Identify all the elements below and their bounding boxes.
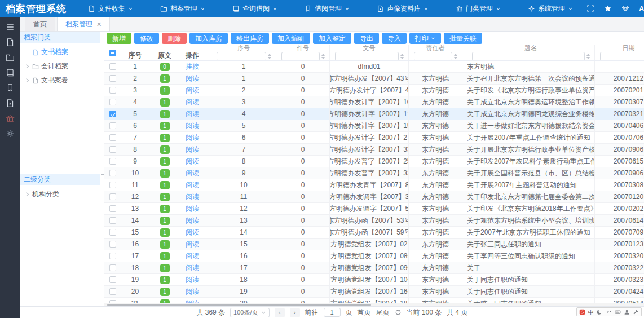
row-checkbox[interactable]: [109, 87, 116, 94]
action-link[interactable]: 阅读: [186, 133, 199, 143]
doc-count-badge[interactable]: 1: [160, 145, 170, 154]
ime-moon-icon[interactable]: [597, 309, 603, 315]
doc-count-badge[interactable]: 1: [160, 110, 170, 118]
sort-desc-icon[interactable]: [268, 57, 271, 59]
action-link[interactable]: 阅读: [186, 157, 199, 166]
doc-count-badge[interactable]: 1: [160, 98, 170, 107]
doc-count-badge[interactable]: 1: [160, 252, 170, 260]
theme-gem-icon[interactable]: [621, 5, 629, 12]
rail-bank-icon[interactable]: [6, 114, 15, 123]
row-checkbox[interactable]: [109, 111, 116, 117]
filter-input-题名[interactable]: [472, 52, 585, 60]
row-checkbox[interactable]: [109, 75, 116, 82]
filter-input-责任者[interactable]: [414, 52, 452, 60]
action-link[interactable]: 阅读: [186, 74, 199, 83]
action-link[interactable]: 阅读: [186, 98, 199, 107]
action-link[interactable]: 挂接: [186, 62, 199, 72]
select-all-checkbox[interactable]: [109, 50, 116, 56]
row-checkbox[interactable]: [109, 158, 116, 165]
doc-count-badge[interactable]: 1: [160, 74, 170, 83]
fullscreen-icon[interactable]: [586, 5, 594, 12]
打印-button[interactable]: 打印: [409, 33, 441, 44]
doc-count-badge[interactable]: 1: [160, 134, 170, 142]
action-link[interactable]: 阅读: [186, 204, 199, 214]
doc-count-badge[interactable]: 1: [160, 181, 170, 189]
first-page-link[interactable]: 首页: [358, 308, 371, 317]
tree-item-会计档案[interactable]: 会计档案: [20, 59, 100, 73]
doc-count-badge[interactable]: 1: [160, 193, 170, 201]
doc-count-badge[interactable]: 1: [160, 157, 170, 166]
sort-desc-icon[interactable]: [454, 57, 457, 59]
doc-count-badge[interactable]: 1: [160, 217, 170, 225]
ime-wrench-icon[interactable]: [633, 309, 639, 315]
row-checkbox[interactable]: [109, 63, 116, 70]
action-link[interactable]: 阅读: [186, 240, 199, 249]
row-checkbox[interactable]: [109, 193, 116, 200]
row-checkbox[interactable]: [109, 241, 116, 248]
filter-input-文号[interactable]: [335, 52, 399, 60]
rail-hamburger-icon[interactable]: [6, 23, 15, 32]
top-menu-档案管理[interactable]: 档案管理: [147, 0, 219, 17]
action-link[interactable]: 阅读: [186, 180, 199, 190]
tree-item-文书档案[interactable]: 文书档案: [20, 45, 100, 59]
sort-asc-icon[interactable]: [586, 54, 590, 56]
refresh-icon[interactable]: [395, 309, 402, 316]
doc-count-badge[interactable]: 1: [160, 169, 170, 178]
row-checkbox[interactable]: [109, 99, 116, 105]
rail-file-av-icon[interactable]: [6, 99, 15, 108]
action-link[interactable]: 阅读: [186, 169, 199, 178]
ime-comma-icon[interactable]: [606, 309, 612, 315]
ime-chinese-mode-label[interactable]: 中: [588, 309, 594, 315]
doc-count-badge[interactable]: 1: [160, 288, 170, 296]
row-checkbox[interactable]: [109, 264, 116, 271]
sort-asc-icon[interactable]: [321, 54, 325, 56]
top-menu-声像资料库[interactable]: 声像资料库: [363, 0, 442, 17]
top-menu-查询借阅[interactable]: 查询借阅: [219, 0, 291, 17]
ime-keyboard-icon[interactable]: [615, 309, 621, 315]
filter-input-序号[interactable]: [217, 52, 266, 60]
doc-count-badge[interactable]: 1: [160, 86, 170, 95]
row-checkbox[interactable]: [109, 276, 116, 283]
sort-desc-icon[interactable]: [400, 57, 404, 59]
rail-book-icon[interactable]: [6, 68, 15, 77]
sort-asc-icon[interactable]: [400, 54, 404, 56]
next-page-button[interactable]: ›: [290, 308, 300, 317]
action-link[interactable]: 阅读: [186, 263, 199, 273]
doc-count-badge[interactable]: 1: [160, 122, 170, 130]
加入编研-button[interactable]: 加入编研: [272, 33, 310, 44]
row-checkbox[interactable]: [109, 205, 116, 212]
导入-button[interactable]: 导入: [382, 33, 407, 44]
doc-count-badge[interactable]: 1: [160, 299, 170, 304]
删除-button[interactable]: 删除: [162, 33, 187, 44]
row-checkbox[interactable]: [109, 122, 116, 129]
star-icon[interactable]: [604, 5, 612, 12]
tab-档案管理[interactable]: 档案管理✕: [57, 17, 110, 31]
row-checkbox[interactable]: [109, 182, 116, 188]
导出-button[interactable]: 导出: [354, 33, 379, 44]
action-link[interactable]: 阅读: [186, 275, 199, 285]
rail-folder-icon[interactable]: [6, 53, 15, 62]
sort-asc-icon[interactable]: [454, 54, 457, 56]
action-link[interactable]: 阅读: [186, 86, 199, 95]
row-checkbox[interactable]: [109, 146, 116, 153]
action-link[interactable]: 阅读: [186, 287, 199, 297]
row-checkbox[interactable]: [109, 253, 116, 259]
row-checkbox[interactable]: [109, 134, 116, 141]
row-checkbox[interactable]: [109, 217, 116, 224]
doc-count-badge[interactable]: 0: [160, 63, 170, 71]
action-link[interactable]: 阅读: [186, 251, 199, 261]
top-menu-系统管理[interactable]: 系统管理: [514, 0, 586, 17]
rail-gear-icon[interactable]: [6, 129, 15, 138]
top-menu-借阅管理[interactable]: 借阅管理: [291, 0, 363, 17]
sort-asc-icon[interactable]: [268, 54, 271, 56]
rail-bookmark-icon[interactable]: [6, 83, 15, 92]
新增-button[interactable]: 新增: [107, 33, 131, 44]
doc-count-badge[interactable]: 1: [160, 205, 170, 213]
action-link[interactable]: 阅读: [186, 145, 199, 154]
last-page-link[interactable]: 尾页: [376, 308, 390, 317]
action-link[interactable]: 阅读: [186, 121, 199, 131]
action-link[interactable]: 阅读: [186, 109, 199, 119]
加入库房-button[interactable]: 加入库房: [189, 33, 228, 44]
ime-user-icon[interactable]: [624, 309, 630, 315]
修改-button[interactable]: 修改: [134, 33, 159, 44]
